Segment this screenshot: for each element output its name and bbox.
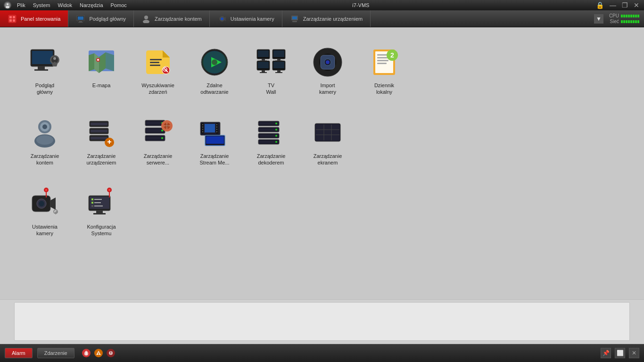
icon-import-kamery-image — [311, 45, 345, 79]
svg-rect-75 — [91, 130, 107, 132]
svg-rect-73 — [91, 123, 107, 125]
icon-zarzadzanie-kontem[interactable]: Zarządzaniekontem — [19, 112, 71, 178]
svg-rect-4 — [9, 16, 12, 18]
cpu-label: CPU — [609, 13, 619, 18]
icon-import-kamery[interactable]: Importkamery — [302, 41, 354, 107]
icon-konfiguracja-label: KonfiguracjaSystemu — [87, 223, 116, 237]
icon-zarzadzanie-urzadzeniem-label: Zarządzanieurządzeniem — [87, 153, 116, 166]
icon-dekoder-label: Zarządzaniedekoderem — [257, 153, 286, 166]
svg-rect-136 — [91, 198, 93, 200]
svg-rect-64 — [377, 63, 387, 64]
svg-rect-150 — [98, 354, 99, 355]
svg-rect-51 — [277, 70, 281, 72]
icon-zarzadzanie-urzadzeniem[interactable]: Zarządzanieurządzeniem — [75, 112, 127, 178]
bottom-panel — [0, 299, 644, 344]
statusbar-right: 📌 ⬜ ✕ — [601, 348, 639, 358]
menu-plik[interactable]: Plik — [17, 2, 25, 8]
lock-icon[interactable]: 🔒 — [595, 1, 605, 9]
icon-import-kamery-label: Importkamery — [319, 82, 336, 96]
svg-rect-137 — [94, 199, 102, 200]
icon-zdalne[interactable]: Zdalneodtwarzanie — [189, 41, 240, 107]
icon-dziennik[interactable]: 2 Dzienniklokalny — [358, 41, 410, 107]
svg-rect-54 — [260, 60, 267, 61]
tab-dropdown-button[interactable]: ▼ — [594, 14, 603, 24]
minimize-button[interactable]: — — [609, 1, 617, 9]
svg-rect-53 — [275, 72, 282, 73]
svg-rect-148 — [86, 354, 87, 355]
svg-point-118 — [275, 135, 277, 137]
icon-stream[interactable]: ZarządzanieStream Me... — [189, 112, 240, 178]
alarm-status-icon-orange — [94, 349, 103, 357]
icon-ustawienia-kamery[interactable]: Ustawieniakamery — [19, 183, 71, 249]
pin-button[interactable]: 📌 — [601, 348, 611, 358]
svg-rect-106 — [216, 131, 217, 132]
svg-rect-138 — [91, 202, 93, 204]
tabbar-right: ▼ CPU Sieć — [589, 10, 644, 27]
menu-narzedzia[interactable]: Narzędzia — [80, 2, 103, 8]
tab-konta[interactable]: Zarządzanie kontem — [134, 10, 210, 27]
icon-zdalne-image — [198, 45, 231, 79]
icon-tv-wall-label: TVWall — [266, 82, 276, 96]
alarm-status-icon-darkred — [107, 349, 115, 357]
menu-widok[interactable]: Widok — [58, 2, 72, 8]
close-button[interactable]: ✕ — [633, 1, 640, 9]
icon-tv-wall[interactable]: TVWall — [245, 41, 297, 107]
svg-rect-63 — [377, 60, 388, 61]
svg-rect-18 — [292, 16, 297, 19]
icon-zarzadzanie-serwere-image — [141, 116, 175, 150]
icon-ekran[interactable]: Zarządzanieekranem — [302, 112, 354, 178]
bottom-inner-panel — [14, 302, 630, 341]
svg-rect-143 — [93, 213, 106, 214]
svg-point-69 — [42, 124, 47, 129]
svg-rect-140 — [91, 205, 93, 207]
net-label: Sieć — [610, 19, 619, 24]
close-statusbar-button[interactable]: ✕ — [629, 348, 639, 358]
icon-ekran-label: Zarządzanieekranem — [314, 153, 342, 166]
tab-konta-label: Zarządzanie kontem — [155, 16, 202, 22]
alarm-status-icon-red — [82, 349, 91, 357]
event-button[interactable]: Zdarzenie — [37, 348, 74, 358]
titlebar-menu: Plik System Widok Narzędzia Pomoc — [17, 2, 127, 8]
icon-ekran-image — [311, 116, 345, 150]
icon-emapa[interactable]: E-mapa — [75, 41, 127, 107]
svg-rect-77 — [91, 137, 107, 140]
svg-text:2: 2 — [390, 51, 394, 59]
svg-point-26 — [53, 57, 56, 60]
icons-grid: Podglądgłówny E-mapa — [19, 37, 625, 254]
tab-konta-icon — [141, 14, 151, 24]
icon-podglad-glowny-image — [28, 45, 62, 79]
svg-point-16 — [221, 18, 223, 19]
icon-wyszukiwanie[interactable]: Wyszukiwaniezdarzeń — [132, 41, 184, 107]
icon-podglad-glowny[interactable]: Podglądgłówny — [19, 41, 71, 107]
svg-rect-102 — [202, 131, 203, 132]
svg-rect-50 — [262, 70, 265, 72]
svg-rect-7 — [13, 19, 15, 22]
svg-point-39 — [212, 59, 217, 65]
tab-podglad[interactable]: Podgląd główny — [68, 10, 134, 27]
titlebar-left: Plik System Widok Narzędzia Pomoc — [4, 1, 127, 9]
icon-zarzadzanie-serwere[interactable]: Zarządzanieserwere... — [132, 112, 184, 178]
icon-dekoder[interactable]: Zarządzaniedekoderem — [245, 112, 297, 178]
svg-rect-139 — [94, 202, 101, 203]
icon-konfiguracja[interactable]: KonfiguracjaSystemu — [75, 183, 127, 249]
menu-system[interactable]: System — [33, 2, 50, 8]
svg-rect-123 — [316, 124, 339, 140]
svg-point-2 — [6, 6, 9, 8]
tab-panel[interactable]: Panel sterowania — [0, 10, 68, 27]
menu-pomoc[interactable]: Pomoc — [111, 2, 127, 8]
restore-button[interactable]: ❐ — [621, 1, 629, 9]
svg-rect-41 — [258, 50, 269, 57]
system-info: CPU Sieć — [609, 13, 639, 24]
icon-dziennik-label: Dzienniklokalny — [374, 82, 394, 96]
icon-tv-wall-image — [254, 45, 288, 79]
alarm-button[interactable]: Alarm — [5, 348, 33, 358]
tab-urzadzenie[interactable]: Zarządzanie urządzeniem — [282, 10, 371, 27]
icon-dekoder-image — [254, 116, 288, 150]
svg-rect-55 — [275, 60, 282, 61]
tab-kamera[interactable]: Ustawienia kamery — [210, 10, 282, 27]
expand-button[interactable]: ⬜ — [615, 348, 625, 358]
svg-rect-62 — [377, 57, 388, 58]
svg-rect-101 — [202, 129, 203, 130]
svg-rect-147 — [86, 352, 87, 354]
svg-point-86 — [161, 130, 163, 132]
